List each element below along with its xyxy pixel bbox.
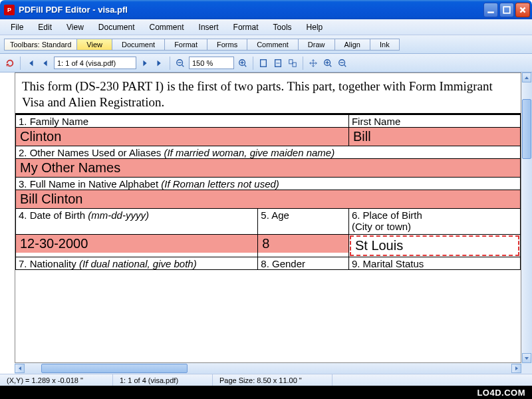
field-native-alphabet[interactable]: Bill Clinton (16, 190, 520, 208)
toolbar-navigation (0, 54, 532, 72)
label-marital: 9. Marital Status (349, 257, 520, 269)
horizontal-scrollbar[interactable] (15, 363, 521, 374)
menu-file[interactable]: File (4, 21, 30, 34)
next-page-icon[interactable] (139, 57, 151, 69)
label-nationality: 7. Nationality (If dual national, give b… (16, 257, 257, 269)
fit-width-icon[interactable] (272, 57, 284, 69)
status-pagesize: Page Size: 8.50 x 11.00 " (213, 374, 332, 386)
label-dob: 4. Date of Birth (mm-dd-yyyy) (16, 209, 257, 221)
content-area: This form (DS-230 PART I) is the first o… (0, 72, 532, 374)
fit-page-icon[interactable] (257, 57, 269, 69)
label-age: 5. Age (258, 209, 348, 221)
scroll-right-icon[interactable] (511, 364, 521, 373)
label-pob-sub: (City or town) (349, 221, 520, 233)
menu-edit[interactable]: Edit (31, 21, 59, 34)
zoom-area-out-icon[interactable] (336, 57, 348, 69)
document-viewport[interactable]: This form (DS-230 PART I) is the first o… (15, 72, 521, 363)
label-gender: 8. Gender (258, 257, 348, 269)
label-first-name: First Name (349, 115, 520, 127)
window-title: PDFill PDF Editor - visa.pfl (19, 5, 483, 15)
field-age[interactable]: 8 (258, 235, 348, 253)
scroll-left-icon[interactable] (15, 364, 25, 373)
scroll-down-icon[interactable] (522, 353, 531, 363)
statusbar: (X,Y) = 1.289 x -0.018 " 1: 1 of 4 (visa… (0, 374, 532, 386)
tab-ink[interactable]: Ink (370, 39, 400, 51)
hscroll-thumb[interactable] (41, 364, 188, 373)
menu-help[interactable]: Help (300, 21, 330, 34)
tab-draw[interactable]: Draw (299, 39, 335, 51)
vscroll-thumb[interactable] (522, 99, 531, 159)
window-titlebar: P PDFill PDF Editor - visa.pfl (0, 0, 532, 19)
svg-rect-6 (289, 59, 293, 63)
form-header-text: This form (DS-230 PART I) is the first o… (15, 73, 521, 114)
label-other-names: 2. Other Names Used or Aliases (If marri… (16, 146, 520, 158)
svg-rect-4 (261, 59, 267, 66)
menu-insert[interactable]: Insert (192, 21, 225, 34)
tab-document[interactable]: Document (112, 39, 165, 51)
label-family-name: 1. Family Name (16, 115, 348, 127)
separator (303, 57, 303, 70)
maximize-button[interactable] (499, 3, 514, 17)
tab-format[interactable]: Format (165, 39, 207, 51)
menu-comment[interactable]: Comment (143, 21, 191, 34)
toolbar-label[interactable]: Toolbars: Standard (4, 39, 77, 51)
tab-comment[interactable]: Comment (247, 39, 299, 51)
svg-rect-7 (293, 63, 296, 66)
menu-document[interactable]: Document (92, 21, 142, 34)
svg-rect-0 (487, 11, 494, 13)
tab-forms[interactable]: Forms (207, 39, 247, 51)
app-icon: P (4, 5, 15, 15)
field-other-names[interactable]: My Other Names (16, 159, 520, 177)
zoom-area-in-icon[interactable] (322, 57, 334, 69)
menubar: File Edit View Document Comment Insert F… (0, 19, 532, 35)
menu-format[interactable]: Format (227, 21, 265, 34)
first-page-icon[interactable] (25, 57, 37, 69)
pan-icon[interactable] (307, 57, 319, 69)
watermark: LO4D.COM (0, 386, 532, 399)
field-first-name[interactable]: Bill (349, 128, 520, 146)
close-button[interactable] (515, 3, 530, 17)
zoom-in-icon[interactable] (237, 57, 249, 69)
label-pob: 6. Place of Birth (349, 209, 520, 221)
vertical-scrollbar[interactable] (521, 72, 532, 363)
label-native-alphabet: 3. Full Name in Native Alphabet (If Roma… (16, 178, 520, 190)
field-pob[interactable]: St Louis (350, 235, 519, 256)
menu-tools[interactable]: Tools (267, 21, 299, 34)
actual-size-icon[interactable] (287, 57, 299, 69)
toolbar-tabs-row: Toolbars: Standard View Document Format … (0, 35, 532, 54)
field-dob[interactable]: 12-30-2000 (16, 235, 257, 253)
field-family-name[interactable]: Clinton (16, 128, 348, 146)
zoom-select[interactable] (189, 57, 234, 69)
separator (20, 57, 21, 70)
zoom-out-icon[interactable] (174, 57, 186, 69)
scroll-corner (521, 363, 532, 374)
separator (253, 57, 253, 70)
menu-view[interactable]: View (60, 21, 90, 34)
last-page-icon[interactable] (154, 57, 166, 69)
status-coords: (X,Y) = 1.289 x -0.018 " (0, 374, 113, 386)
status-page: 1: 1 of 4 (visa.pdf) (113, 374, 213, 386)
svg-rect-1 (503, 7, 510, 13)
minimize-button[interactable] (483, 3, 498, 17)
tab-align[interactable]: Align (335, 39, 370, 51)
refresh-icon[interactable] (4, 57, 16, 69)
tab-view[interactable]: View (77, 39, 112, 51)
scroll-up-icon[interactable] (522, 72, 531, 82)
prev-page-icon[interactable] (39, 57, 51, 69)
separator (170, 57, 170, 70)
form-table: 1. Family Name First Name Clinton Bill 2… (15, 114, 521, 270)
page-select[interactable] (54, 57, 136, 69)
